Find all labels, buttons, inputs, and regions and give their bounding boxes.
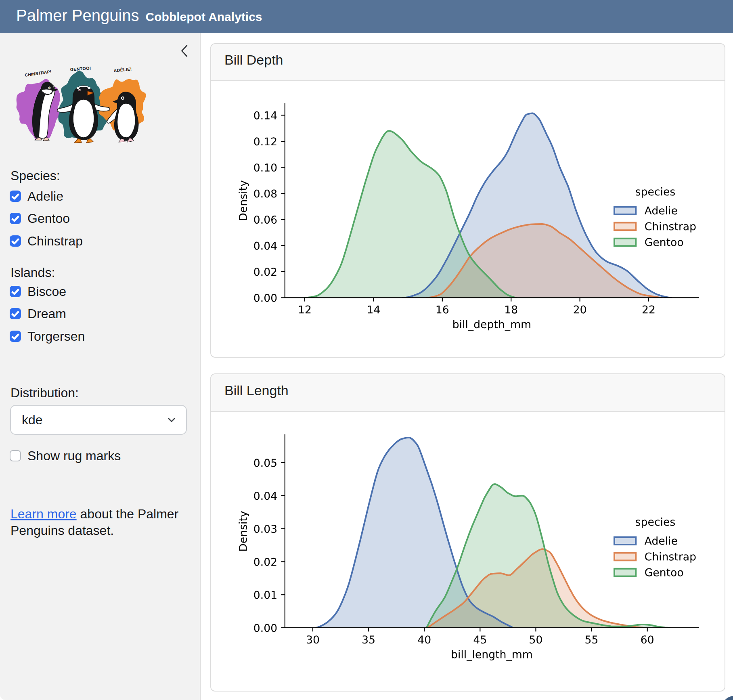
svg-text:GENTOO!: GENTOO!: [70, 65, 91, 72]
svg-text:ADÉLIE!: ADÉLIE!: [113, 66, 132, 73]
svg-text:CHINSTRAP!: CHINSTRAP!: [25, 69, 52, 78]
